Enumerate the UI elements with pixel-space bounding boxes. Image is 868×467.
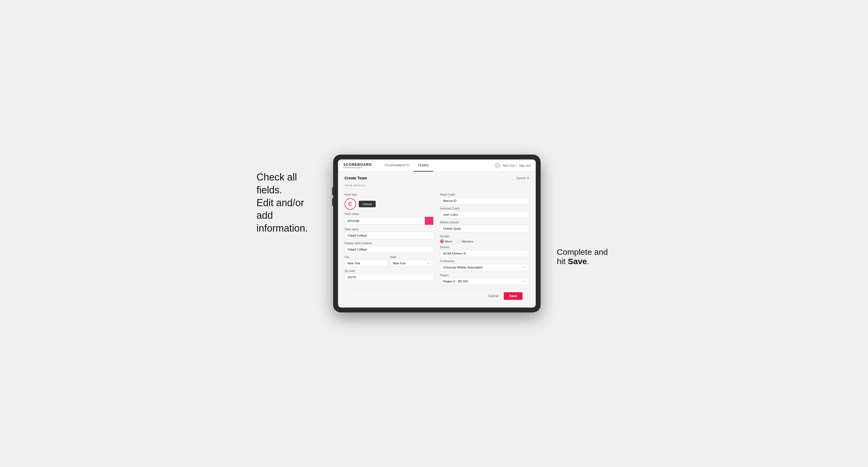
gender-womens-radio[interactable]: Womens (457, 240, 473, 243)
page-title: Create Team (345, 176, 367, 180)
nav-logo-sub: Powered by clipp'd (343, 166, 372, 168)
zip-label: Zip code (345, 270, 434, 273)
division-select[interactable]: NCAA Division III (440, 250, 529, 257)
mens-radio-dot (441, 241, 443, 242)
womens-radio-circle (457, 240, 460, 243)
nav-bar: SCOREBOARD Powered by clipp'd TOURNAMENT… (338, 159, 536, 172)
team-name-field: Team name (345, 228, 434, 239)
nav-logo-title: SCOREBOARD (343, 162, 372, 166)
annotation-line2: Edit and/or add (257, 197, 304, 221)
tablet-screen: SCOREBOARD Powered by clipp'd TOURNAMENT… (338, 159, 536, 308)
region-select[interactable]: Region II - (M) DIII (440, 278, 529, 285)
division-label: Division (440, 246, 529, 249)
region-clear-icon[interactable]: ✕ (523, 280, 525, 283)
state-select-wrapper: New York ✕ ⌄ (390, 260, 434, 267)
city-state-row: City State New York ✕ (345, 256, 434, 267)
zip-input[interactable] (345, 274, 434, 281)
athletic-director-field: Athletic Director (440, 221, 529, 232)
form-right: Head Coach Assistant Coach Athletic Dire… (440, 193, 529, 285)
gender-field: Gender Mens Womens (440, 235, 529, 243)
upload-button[interactable]: Upload (359, 201, 376, 207)
gender-label: Gender (440, 235, 529, 238)
assistant-coach-input[interactable] (440, 211, 529, 218)
annotation-right-bold: Save (568, 257, 587, 266)
state-clear-icon[interactable]: ✕ (427, 262, 430, 264)
team-name-input[interactable] (345, 232, 434, 239)
athletic-director-label: Athletic Director (440, 221, 529, 224)
division-field: Division NCAA Division III ⌄ (440, 246, 529, 257)
volume-up-button[interactable] (332, 187, 333, 195)
form-footer: Cancel Save (345, 289, 529, 303)
volume-down-button[interactable] (332, 198, 333, 206)
division-select-wrapper: NCAA Division III ⌄ (440, 250, 529, 257)
team-name-label: Team name (345, 228, 434, 231)
display-name-input[interactable] (345, 246, 434, 253)
head-coach-field: Head Coach (440, 193, 529, 204)
annotation-right-pre: hit (557, 257, 568, 266)
state-field: State New York ✕ ⌄ (390, 256, 434, 267)
womens-label: Womens (461, 240, 473, 243)
nav-user: Test User | Sign out (494, 162, 530, 168)
colour-input[interactable] (345, 217, 425, 224)
conference-clear-icon[interactable]: ✕ (523, 266, 525, 269)
form-left: Team logo C Upload Team colour (345, 193, 434, 285)
annotation-line1: Check all fields. (257, 172, 297, 195)
head-coach-label: Head Coach (440, 193, 529, 196)
annotation-right: Complete and hit Save. (557, 155, 612, 266)
city-label: City (345, 256, 388, 259)
colour-field-wrapper (345, 217, 434, 225)
nav-logo: SCOREBOARD Powered by clipp'd (343, 162, 372, 168)
cancel-close-button[interactable]: Cancel ✕ (516, 177, 529, 180)
page-header: Create Team Cancel ✕ (345, 176, 529, 180)
head-coach-input[interactable] (440, 197, 529, 204)
nav-links: TOURNAMENTS TEAMS (380, 159, 494, 172)
conference-label: Conference (440, 260, 529, 263)
zip-field: Zip code (345, 270, 434, 281)
conference-field: Conference University Athletic Associati… (440, 260, 529, 271)
section-label: TEAM DETAILS (345, 184, 529, 189)
region-label: Region (440, 274, 529, 277)
colour-swatch[interactable] (425, 217, 434, 225)
team-logo-label: Team logo (345, 193, 434, 196)
mens-label: Mens (445, 240, 453, 243)
team-colour-label: Team colour (345, 213, 434, 216)
state-label: State (390, 256, 434, 259)
region-field: Region Region II - (M) DIII ✕ ⌄ (440, 274, 529, 285)
region-select-wrapper: Region II - (M) DIII ✕ ⌄ (440, 278, 529, 285)
city-input[interactable] (345, 260, 388, 267)
display-name-field: Display name (unique) (345, 242, 434, 253)
assistant-coach-field: Assistant Coach (440, 207, 529, 218)
annotation-left: Check all fields. Edit and/or add inform… (257, 155, 317, 235)
conference-select-wrapper: University Athletic Association ✕ ⌄ (440, 264, 529, 271)
user-avatar (494, 162, 500, 168)
team-colour-field: Team colour (345, 213, 434, 225)
nav-link-teams[interactable]: TEAMS (413, 159, 433, 172)
display-name-label: Display name (unique) (345, 242, 434, 245)
athletic-director-input[interactable] (440, 225, 529, 232)
gender-row: Mens Womens (440, 240, 529, 243)
logo-area: C Upload (345, 198, 434, 210)
save-button[interactable]: Save (504, 292, 522, 300)
nav-user-label: Test User | (503, 164, 517, 167)
cancel-label: Cancel (516, 177, 525, 180)
signout-link[interactable]: Sign out (519, 164, 530, 167)
mens-radio-circle (440, 240, 444, 243)
logo-letter: C (348, 201, 352, 207)
close-icon: ✕ (527, 177, 529, 180)
main-content: Create Team Cancel ✕ TEAM DETAILS Team l… (338, 172, 536, 308)
city-field: City (345, 256, 388, 267)
cancel-button[interactable]: Cancel (486, 292, 501, 300)
annotation-right-line1: Complete and (557, 247, 608, 256)
annotation-right-end: . (587, 257, 589, 266)
form-grid: Team logo C Upload Team colour (345, 193, 529, 285)
team-logo-circle: C (345, 198, 356, 210)
team-logo-field: Team logo C Upload (345, 193, 434, 210)
tablet-frame: SCOREBOARD Powered by clipp'd TOURNAMENT… (333, 155, 540, 312)
annotation-line3: information. (257, 223, 308, 234)
gender-mens-radio[interactable]: Mens (440, 240, 453, 243)
assistant-coach-label: Assistant Coach (440, 207, 529, 210)
conference-select[interactable]: University Athletic Association (440, 264, 529, 271)
nav-link-tournaments[interactable]: TOURNAMENTS (380, 159, 413, 172)
